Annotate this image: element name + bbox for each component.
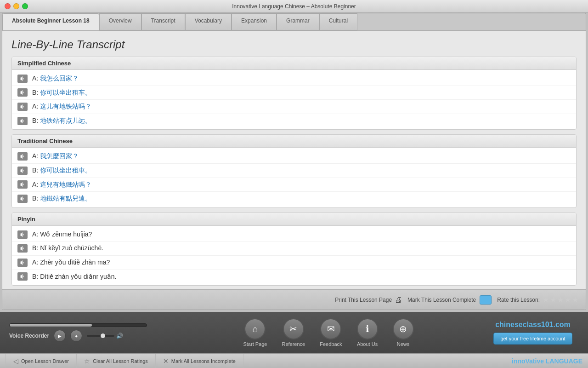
transcript-text: A: 這兒有地鐵站嗎？ <box>32 180 91 190</box>
speaker-icon[interactable] <box>17 103 28 111</box>
close-button[interactable] <box>5 3 11 9</box>
mark-incomplete-label: Mark All Lessons Incomplete <box>171 358 236 364</box>
table-row: A: 这儿有地铁站吗？ <box>12 100 576 114</box>
slider-track[interactable] <box>87 335 114 337</box>
transcript-text: A: Wǒ zěnme huíjiā? <box>32 230 92 239</box>
start-page-label: Start Page <box>243 341 267 347</box>
star-4[interactable]: ★ <box>565 295 571 304</box>
table-row: B: 你可以坐出租車。 <box>12 164 576 178</box>
tab-overview[interactable]: Overview <box>99 13 141 30</box>
clear-ratings-button[interactable]: ☆ Clear All Lesson Ratings <box>77 354 156 368</box>
nav-news[interactable]: ⊕ News <box>385 318 421 347</box>
minimize-button[interactable] <box>13 3 19 9</box>
nav-about-us[interactable]: ℹ About Us <box>350 318 385 347</box>
section-simplified: Simplified ChineseA: 我怎么回家？B: 你可以坐出租车。A:… <box>11 57 577 130</box>
nav-feedback[interactable]: ✉ Feedback <box>312 318 349 347</box>
transcript-scroll[interactable]: Simplified ChineseA: 我怎么回家？B: 你可以坐出租车。A:… <box>2 57 586 289</box>
speaker-icon[interactable] <box>17 195 28 203</box>
table-row: B: Nǐ kěyǐ zuò chūzūchē. <box>12 242 576 256</box>
speaker-icon[interactable] <box>17 272 28 281</box>
section-body-simplified: A: 我怎么回家？B: 你可以坐出租车。A: 这儿有地铁站吗？B: 地铁站有点儿… <box>12 70 576 129</box>
open-drawer-label: Open Lesson Drawer <box>21 358 69 364</box>
news-icon: ⊕ <box>393 318 414 339</box>
mark-complete-button[interactable]: Mark This Lesson Complete <box>407 295 492 305</box>
speaker-icon[interactable] <box>17 259 28 267</box>
tab-cultural[interactable]: Cultural <box>319 13 357 30</box>
speaker-icon[interactable] <box>17 180 28 189</box>
feedback-label: Feedback <box>320 341 342 347</box>
speaker-icon[interactable] <box>17 88 28 97</box>
audio-progress-bar[interactable] <box>9 323 147 327</box>
speaker-label: A: <box>32 75 40 82</box>
line-text: 你可以坐出租車。 <box>40 167 91 174</box>
table-row: A: 我怎么回家？ <box>12 72 576 86</box>
reference-icon: ✂ <box>283 318 304 339</box>
transcript-text: A: 我怎么回家？ <box>32 74 79 83</box>
tab-vocabulary[interactable]: Vocabulary <box>185 13 232 30</box>
content-area: Line-By-Line Transcript Simplified Chine… <box>2 31 586 310</box>
brand-area: chineseclass101.com get your free lifeti… <box>487 321 579 345</box>
mark-complete-label: Mark This Lesson Complete <box>407 297 476 303</box>
tab-expansion[interactable]: Expansion <box>232 13 277 30</box>
open-lesson-drawer-button[interactable]: ◁ Open Lesson Drawer <box>6 354 77 368</box>
section-traditional: Traditional ChineseA: 我怎麼回家？B: 你可以坐出租車。A… <box>11 134 577 207</box>
speaker-label: A: <box>32 259 40 266</box>
line-text: Zhèr yǒu dìtiě zhàn ma? <box>40 259 110 266</box>
tab-active-lesson[interactable]: Absolute Beginner Lesson 18 <box>2 13 99 30</box>
statusbar: ◁ Open Lesson Drawer ☆ Clear All Lesson … <box>0 353 588 368</box>
star-1[interactable]: ★ <box>543 295 549 304</box>
main-window: Absolute Beginner Lesson 18 Overview Tra… <box>2 13 586 310</box>
section-body-pinyin: A: Wǒ zěnme huíjiā?B: Nǐ kěyǐ zuò chūzūc… <box>12 226 576 285</box>
tab-grammar[interactable]: Grammar <box>277 13 319 30</box>
transcript-text: A: 我怎麼回家？ <box>32 152 79 161</box>
page-title-bar: Line-By-Line Transcript <box>2 31 586 57</box>
transcript-text: B: 你可以坐出租车。 <box>32 88 91 98</box>
stop-button[interactable]: ● <box>70 330 82 342</box>
star-3[interactable]: ★ <box>557 295 564 304</box>
speaker-icon[interactable] <box>17 244 28 253</box>
line-text: Dìtiě zhàn yǒu diǎnr yuǎn. <box>40 273 116 280</box>
line-text: 這兒有地鐵站嗎？ <box>40 181 91 188</box>
recorder-controls: Voice Recorder ▶ ● 🔊 <box>9 330 170 342</box>
speaker-label: B: <box>32 244 40 252</box>
line-text: 地铁站有点儿远。 <box>40 117 91 124</box>
mark-complete-checkbox[interactable] <box>480 295 492 305</box>
speaker-label: A: <box>32 152 40 160</box>
nav-reference[interactable]: ✂ Reference <box>274 318 312 347</box>
star-5[interactable]: ★ <box>572 295 578 304</box>
section-header-simplified: Simplified Chinese <box>12 57 576 70</box>
speaker-label: A: <box>32 181 40 188</box>
section-header-traditional: Traditional Chinese <box>12 135 576 148</box>
inno-logo: innoVative LANGUAGE <box>512 357 582 365</box>
audio-progress-fill <box>10 324 92 327</box>
nav-start-page[interactable]: ⌂ Start Page <box>236 318 274 347</box>
speaker-icon[interactable] <box>17 75 28 83</box>
speaker-icon[interactable] <box>17 152 28 161</box>
star-2[interactable]: ★ <box>550 295 556 304</box>
inno-text3: LANGUAGE <box>544 357 582 365</box>
play-button[interactable]: ▶ <box>54 330 66 342</box>
printer-icon: 🖨 <box>395 296 402 304</box>
bottom-bar: Print This Lesson Page 🖨 Mark This Lesso… <box>2 289 586 310</box>
line-text: 这儿有地铁站吗？ <box>40 103 91 110</box>
stop-icon: ● <box>75 334 78 339</box>
section-body-traditional: A: 我怎麼回家？B: 你可以坐出租車。A: 這兒有地鐵站嗎？B: 地鐵站有點兒… <box>12 148 576 207</box>
volume-slider[interactable]: 🔊 <box>87 333 123 339</box>
speaker-icon[interactable] <box>17 117 28 125</box>
about-us-icon: ℹ <box>357 318 378 339</box>
speaker-icon[interactable] <box>17 230 28 239</box>
maximize-button[interactable] <box>22 3 28 9</box>
about-us-label: About Us <box>357 341 378 347</box>
get-account-button[interactable]: get your free lifetime account <box>493 333 572 345</box>
titlebar: Innovative Language Chinese – Absolute B… <box>0 0 588 13</box>
print-button[interactable]: Print This Lesson Page 🖨 <box>335 296 402 304</box>
line-text: 地鐵站有點兒遠。 <box>40 195 91 202</box>
mark-incomplete-button[interactable]: ✕ Mark All Lessons Incomplete <box>156 354 243 368</box>
star-rating[interactable]: ★ ★ ★ ★ ★ <box>543 295 578 304</box>
speaker-icon[interactable] <box>17 167 28 175</box>
table-row: B: 你可以坐出租车。 <box>12 86 576 100</box>
play-icon: ▶ <box>58 334 62 339</box>
slider-thumb[interactable] <box>101 334 105 338</box>
speaker-label: A: <box>32 103 40 110</box>
tab-transcript[interactable]: Transcript <box>141 13 185 30</box>
